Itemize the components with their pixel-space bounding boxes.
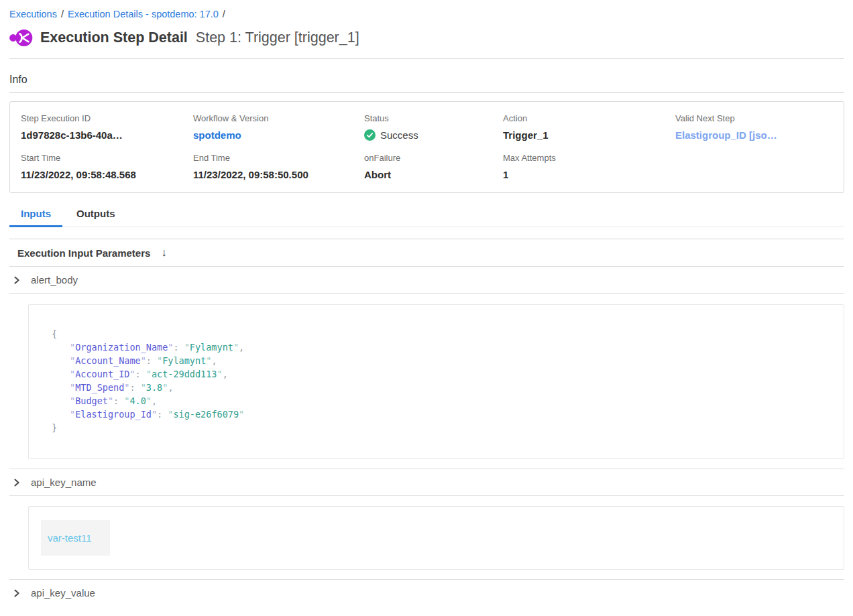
divider bbox=[9, 293, 844, 294]
code-token: 3.8 bbox=[146, 382, 162, 393]
fylamynt-logo-icon bbox=[9, 28, 33, 48]
divider bbox=[9, 93, 844, 93]
breadcrumb-link-executions[interactable]: Executions bbox=[9, 9, 57, 19]
code-token: : bbox=[129, 382, 140, 393]
code-token: , bbox=[239, 342, 244, 353]
field-label: Max Attempts bbox=[503, 153, 675, 163]
divider bbox=[9, 58, 844, 59]
success-check-icon bbox=[364, 129, 376, 141]
code-token: act-29ddd113 bbox=[152, 369, 217, 379]
code-token: 4.0 bbox=[129, 395, 146, 406]
field-action: Action Trigger_1 bbox=[503, 113, 675, 141]
field-on-failure: onFailure Abort bbox=[364, 153, 503, 180]
code-token: Fylamynt bbox=[190, 342, 233, 353]
down-arrow-icon[interactable]: ↓ bbox=[161, 247, 166, 259]
code-line: "Elastigroup_Id": "sig-e26f6079" bbox=[52, 408, 823, 421]
code-token: : bbox=[113, 395, 124, 406]
page-title: Execution Step Detail bbox=[40, 29, 188, 46]
json-code: {"Organization_Name": "Fylamynt","Accoun… bbox=[52, 327, 823, 434]
code-token: Organization_Name bbox=[75, 342, 168, 353]
field-label: Step Execution ID bbox=[21, 113, 193, 123]
field-empty bbox=[675, 153, 833, 180]
field-label: Workflow & Version bbox=[193, 113, 364, 123]
tab-inputs[interactable]: Inputs bbox=[9, 208, 62, 227]
code-token: Fylamynt bbox=[162, 355, 206, 366]
code-line: "Organization_Name": "Fylamynt", bbox=[52, 341, 823, 354]
param-name: alert_body bbox=[31, 274, 78, 286]
code-token: " bbox=[70, 395, 75, 406]
breadcrumb-link-execution-details[interactable]: Execution Details - spotdemo: 17.0 bbox=[68, 9, 219, 19]
code-line: } bbox=[52, 421, 823, 434]
breadcrumb-separator: / bbox=[61, 9, 64, 19]
chevron-right-icon bbox=[13, 276, 21, 284]
code-token: " bbox=[157, 355, 162, 366]
param-row-api-key-value[interactable]: api_key_value bbox=[9, 580, 844, 606]
code-line: { bbox=[52, 327, 823, 341]
breadcrumb-separator: / bbox=[223, 9, 225, 19]
param-row-api-key-name[interactable]: api_key_name bbox=[9, 469, 844, 495]
code-token: MTD_Spend bbox=[75, 382, 124, 393]
code-line: "Account_Name": "Fylamynt", bbox=[52, 354, 823, 367]
code-token: , bbox=[152, 395, 157, 406]
param-name: api_key_value bbox=[31, 587, 95, 599]
api-key-name-value-box: var-test11 bbox=[41, 520, 110, 556]
field-label: Status bbox=[364, 113, 503, 123]
field-value: Trigger_1 bbox=[503, 129, 675, 141]
param-row-alert-body[interactable]: alert_body bbox=[9, 267, 844, 293]
workflow-link[interactable]: spotdemo bbox=[193, 129, 364, 141]
code-token: { bbox=[52, 328, 57, 339]
code-token: " bbox=[108, 395, 113, 406]
code-token: " bbox=[141, 382, 146, 393]
field-label: onFailure bbox=[364, 153, 503, 163]
field-value: Abort bbox=[364, 169, 503, 180]
code-token: " bbox=[70, 409, 75, 420]
code-token: , bbox=[211, 355, 217, 366]
field-max-attempts: Max Attempts 1 bbox=[503, 153, 675, 180]
code-token: } bbox=[52, 422, 57, 433]
next-step-link[interactable]: Elastigroup_ID [jso… bbox=[675, 129, 833, 141]
code-token: : bbox=[173, 342, 184, 353]
code-token: " bbox=[217, 369, 223, 379]
code-token: Budget bbox=[75, 395, 108, 406]
field-label: Action bbox=[503, 113, 675, 123]
field-valid-next-step: Valid Next Step Elastigroup_ID [jso… bbox=[675, 113, 833, 141]
breadcrumb: Executions/Execution Details - spotdemo:… bbox=[9, 9, 844, 19]
code-token: Account_Name bbox=[75, 355, 141, 366]
code-token: " bbox=[70, 355, 75, 366]
field-value: 11/23/2022, 09:58:50.500 bbox=[193, 169, 364, 180]
code-token: " bbox=[146, 395, 152, 406]
status-text: Success bbox=[380, 129, 418, 141]
section-title: Execution Input Parameters bbox=[17, 247, 150, 259]
field-step-execution-id: Step Execution ID 1d97828c-13b6-40a… bbox=[21, 113, 193, 141]
chevron-right-icon bbox=[13, 479, 21, 487]
page-subtitle: Step 1: Trigger [trigger_1] bbox=[196, 29, 359, 46]
code-token: " bbox=[146, 369, 152, 379]
code-token: " bbox=[184, 342, 190, 353]
field-label: Start Time bbox=[21, 153, 193, 163]
info-section-heading: Info bbox=[9, 74, 844, 86]
code-token: " bbox=[70, 342, 75, 353]
field-value: 1d97828c-13b6-40a… bbox=[21, 129, 193, 141]
code-token: " bbox=[152, 409, 157, 420]
code-token: Account_ID bbox=[75, 369, 129, 379]
info-card: Step Execution ID 1d97828c-13b6-40a… Wor… bbox=[9, 101, 844, 193]
code-token: sig-e26f6079 bbox=[173, 409, 239, 420]
code-token: " bbox=[239, 409, 244, 420]
api-key-name-value-panel: var-test11 bbox=[28, 506, 844, 570]
field-value: 1 bbox=[503, 169, 675, 180]
code-token: : bbox=[157, 409, 168, 420]
api-key-name-value: var-test11 bbox=[48, 532, 92, 544]
code-token: " bbox=[141, 355, 146, 366]
field-workflow-version: Workflow & Version spotdemo bbox=[193, 113, 364, 141]
alert-body-json-viewer: {"Organization_Name": "Fylamynt","Accoun… bbox=[28, 304, 844, 459]
code-token: " bbox=[70, 382, 75, 393]
tab-bar: Inputs Outputs bbox=[9, 208, 844, 227]
field-label: Valid Next Step bbox=[675, 113, 833, 123]
code-token: : bbox=[135, 369, 146, 379]
code-token: Elastigroup_Id bbox=[75, 409, 152, 420]
code-token: , bbox=[168, 382, 173, 393]
tab-outputs[interactable]: Outputs bbox=[65, 208, 127, 227]
field-status: Status Success bbox=[364, 113, 503, 141]
code-token: , bbox=[223, 369, 228, 379]
page-header: Execution Step Detail Step 1: Trigger [t… bbox=[9, 28, 844, 48]
